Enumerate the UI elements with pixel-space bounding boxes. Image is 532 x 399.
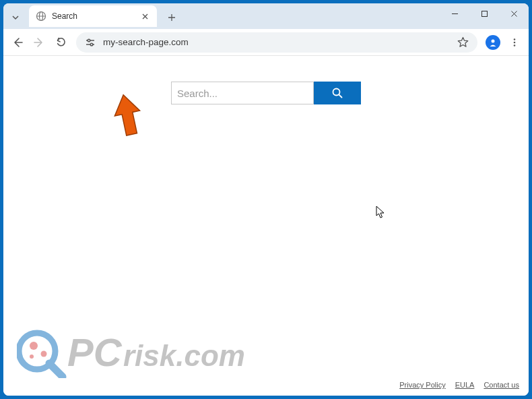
svg-point-12 xyxy=(514,44,516,47)
close-icon xyxy=(142,13,148,20)
tab-strip: Search xyxy=(3,3,181,29)
contact-link[interactable]: Contact us xyxy=(484,381,519,389)
pcrisk-logo: PC risk.com xyxy=(17,324,273,378)
address-bar[interactable]: my-search-page.com xyxy=(76,32,477,53)
annotation-arrow xyxy=(111,93,145,143)
search-form xyxy=(171,82,361,104)
menu-button[interactable] xyxy=(504,32,525,53)
svg-point-15 xyxy=(19,333,55,369)
minimize-icon xyxy=(451,10,459,18)
minimize-button[interactable] xyxy=(440,3,469,24)
star-icon xyxy=(457,36,469,48)
reload-icon xyxy=(55,36,67,48)
svg-point-9 xyxy=(492,39,495,42)
site-settings-chip[interactable] xyxy=(83,35,98,50)
browser-tab[interactable]: Search xyxy=(29,5,157,27)
svg-text:PC: PC xyxy=(67,330,123,374)
svg-point-18 xyxy=(41,351,47,357)
watermark: PC risk.com xyxy=(17,324,273,381)
arrow-left-icon xyxy=(11,36,24,49)
titlebar: Search xyxy=(3,3,529,29)
profile-button[interactable] xyxy=(483,32,503,53)
svg-rect-4 xyxy=(481,11,487,16)
svg-point-10 xyxy=(514,38,516,40)
svg-line-14 xyxy=(339,94,341,97)
tab-close-button[interactable] xyxy=(139,11,150,22)
svg-point-11 xyxy=(514,41,516,43)
svg-point-17 xyxy=(30,342,38,350)
arrow-right-icon xyxy=(33,36,45,49)
svg-point-8 xyxy=(90,43,93,46)
bookmark-button[interactable] xyxy=(455,34,471,51)
avatar xyxy=(486,35,500,50)
page-content: Privacy Policy EULA Contact us PC risk.c… xyxy=(3,56,529,396)
new-tab-button[interactable] xyxy=(162,8,181,27)
mouse-cursor xyxy=(376,206,385,222)
footer-links: Privacy Policy EULA Contact us xyxy=(399,381,519,389)
maximize-icon xyxy=(481,10,488,18)
back-button[interactable] xyxy=(7,32,28,53)
search-icon xyxy=(331,87,343,99)
browser-window: Search xyxy=(3,3,529,396)
svg-point-6 xyxy=(88,39,90,42)
chevron-down-icon xyxy=(11,13,20,22)
svg-text:risk.com: risk.com xyxy=(123,339,245,372)
cursor-icon xyxy=(376,206,385,219)
maximize-button[interactable] xyxy=(469,3,499,24)
url-text: my-search-page.com xyxy=(103,37,455,47)
search-button[interactable] xyxy=(314,82,361,104)
reload-button[interactable] xyxy=(51,32,71,53)
privacy-link[interactable]: Privacy Policy xyxy=(399,381,445,389)
forward-button[interactable] xyxy=(29,32,49,53)
dots-vertical-icon xyxy=(510,38,519,47)
person-icon xyxy=(488,38,498,47)
eula-link[interactable]: EULA xyxy=(455,381,475,389)
close-window-button[interactable] xyxy=(499,3,529,24)
globe-icon xyxy=(36,11,46,22)
close-icon xyxy=(510,10,518,18)
search-input[interactable] xyxy=(171,82,314,104)
plus-icon xyxy=(168,13,176,22)
svg-point-19 xyxy=(30,355,34,359)
toolbar: my-search-page.com xyxy=(3,29,529,56)
tab-title: Search xyxy=(52,11,139,21)
svg-line-16 xyxy=(49,363,63,377)
window-controls xyxy=(440,3,529,24)
tune-icon xyxy=(85,37,96,48)
arrow-up-icon xyxy=(111,93,145,140)
tab-search-dropdown[interactable] xyxy=(6,8,25,27)
